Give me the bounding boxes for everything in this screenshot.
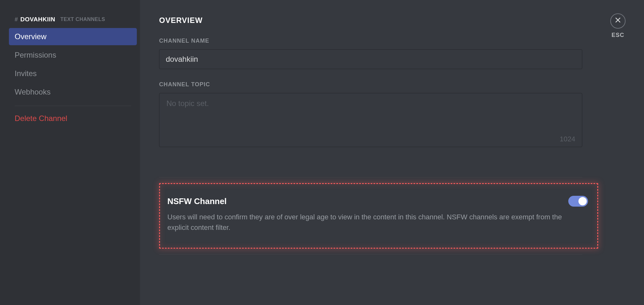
channel-topic-wrap: 1024: [159, 93, 582, 148]
channel-topic-label: CHANNEL TOPIC: [159, 81, 625, 88]
hash-icon: #: [15, 16, 18, 23]
sidebar-item-label: Delete Channel: [15, 114, 67, 123]
nsfw-description: Users will need to confirm they are of o…: [167, 212, 575, 233]
sidebar-item-label: Webhooks: [15, 88, 51, 96]
channel-name-input[interactable]: [159, 49, 582, 69]
close-label: ESC: [612, 32, 624, 39]
section-divider: [159, 177, 582, 177]
sidebar-header: # DOVAHKIIN TEXT CHANNELS: [9, 16, 137, 28]
sidebar-item-label: Permissions: [15, 51, 56, 59]
sidebar: # DOVAHKIIN TEXT CHANNELS Overview Permi…: [0, 0, 140, 305]
sidebar-channel-name: DOVAHKIIN: [20, 16, 55, 23]
channel-topic-input[interactable]: [159, 93, 582, 147]
sidebar-item-label: Overview: [15, 32, 46, 41]
sidebar-header-sub: TEXT CHANNELS: [60, 17, 105, 22]
close-icon: [614, 17, 621, 25]
page-title: OVERVIEW: [159, 16, 625, 25]
sidebar-item-overview[interactable]: Overview: [9, 28, 137, 45]
sidebar-item-webhooks[interactable]: Webhooks: [9, 83, 137, 101]
channel-name-label: CHANNEL NAME: [159, 38, 625, 44]
sidebar-item-invites[interactable]: Invites: [9, 65, 137, 82]
nsfw-toggle[interactable]: [568, 196, 588, 207]
main-content: ESC OVERVIEW CHANNEL NAME CHANNEL TOPIC …: [140, 0, 644, 305]
close-button[interactable]: [610, 13, 626, 29]
close-button-group: ESC: [610, 13, 626, 39]
sidebar-item-label: Invites: [15, 69, 37, 78]
sidebar-item-delete-channel[interactable]: Delete Channel: [9, 110, 137, 127]
nsfw-row: NSFW Channel: [167, 196, 590, 207]
topic-char-remaining: 1024: [560, 135, 575, 143]
nsfw-section: NSFW Channel Users will need to confirm …: [159, 183, 598, 249]
section-divider: [159, 254, 582, 255]
sidebar-divider: [15, 106, 131, 106]
toggle-knob: [578, 197, 587, 205]
nsfw-title: NSFW Channel: [167, 196, 227, 206]
sidebar-item-permissions[interactable]: Permissions: [9, 46, 137, 64]
